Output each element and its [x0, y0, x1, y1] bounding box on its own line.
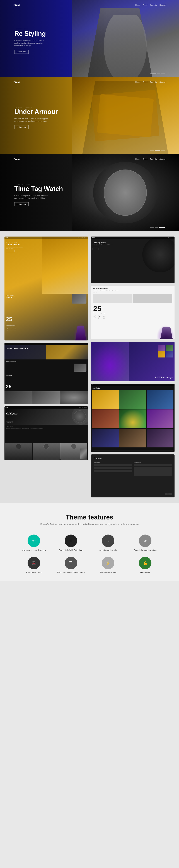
lc1-btn[interactable]: Explore More [6, 250, 14, 252]
scroll-icon: ◎ [102, 534, 114, 547]
lc3-w2-face [43, 444, 49, 449]
feature-menu: ☰ Menu hamburger Classic Menu [55, 557, 87, 574]
hero-cta-1[interactable]: Explore More [14, 50, 29, 54]
hero-nav-1: Brave Home About Portfolio Contact [13, 4, 166, 6]
rc1-btn[interactable]: View More [93, 248, 99, 250]
lc3-watch-2 [33, 443, 60, 460]
lc1-subtitle: Discover the latest in sports apparel an… [6, 247, 24, 249]
nav-portfolio-3[interactable]: Portfolio [150, 158, 157, 160]
rc4-title-area: portfolio [93, 387, 100, 389]
hero-section-1: 01 Brave Home About Portfolio Contact — … [0, 0, 179, 77]
dot-5 [155, 150, 160, 151]
rc4-p2 [119, 390, 146, 409]
rc4-nav-2: About [168, 384, 170, 385]
nav-portfolio-2[interactable]: Portfolio [150, 81, 157, 83]
lc3-nav-3: Portfolio [84, 407, 87, 408]
slide-indicators-1 [150, 73, 165, 73]
nav-portfolio-1[interactable]: Portfolio [150, 4, 157, 6]
rc2-icon-circle-2: ✦ [98, 315, 101, 318]
rc3-grid-2 [166, 345, 173, 351]
nav-contact-3[interactable]: Contact [159, 158, 166, 160]
rc5-submit-btn[interactable]: Submit [166, 493, 172, 495]
rc2-icon-sym-1: ◎ [94, 316, 96, 317]
hero-desc-1: Every day brings new opportunities to ex… [14, 39, 50, 47]
hero-title-1: Re Styling [14, 30, 50, 37]
rc4-p8 [119, 429, 146, 447]
lc1-nav-2: About [78, 237, 80, 238]
hero-nav-3: Brave Home About Portfolio Contact [13, 158, 166, 160]
hero-nav-links-3: Home About Portfolio Contact [135, 158, 166, 160]
rc2-icon-circle-3: ⬡ [103, 315, 105, 318]
lc2-img-2 [32, 391, 60, 404]
hero-nav-links-1: Home About Portfolio Contact [135, 4, 166, 6]
lc1-icon-2: ✦ Brand [10, 327, 12, 331]
rc2-icon-3: ⬡ Web [103, 315, 105, 319]
rc2-icon-label-2: Brand [99, 318, 100, 319]
lc2-hero-banner: DIGITAL CREATIVE AGENCY [4, 345, 88, 360]
rc1-nav-2: About [168, 237, 170, 238]
lc1-icon-label-1: Design [6, 330, 8, 331]
left-card-1: Brave Home About Portfolio Contact — Col… [4, 237, 88, 340]
lc2-agency-title: DIGITAL CREATIVE AGENCY [6, 348, 28, 350]
hero-logo-1: Brave [13, 4, 21, 6]
rc4-p9 [147, 429, 174, 447]
green-sock-icon: 💪 [139, 557, 151, 569]
rc2-content: Hello we are, Here 4 U We create innovat… [91, 286, 175, 321]
hero-cta-3[interactable]: Explore More [14, 202, 29, 206]
lc2-bottom-imgs [4, 391, 88, 404]
hero-cta-2[interactable]: Explore More [14, 125, 29, 129]
acf-label: advanced custom fields pro [22, 549, 46, 551]
gutenberg-icon-sym: ⊞ [70, 539, 72, 543]
rc5-col2-label: Write a comment [134, 462, 172, 463]
nav-home-3[interactable]: Home [135, 158, 140, 160]
nav-contact-1[interactable]: Contact [159, 4, 166, 6]
scroll-magic-icon-sym: 🎩 [31, 561, 36, 565]
nav-about-1[interactable]: About [143, 4, 147, 6]
lc1-icons-row: ◎ Design ✦ Brand ⬡ Web [6, 327, 16, 331]
rc3-person-area [91, 342, 129, 381]
menu-icon: ☰ [65, 557, 77, 569]
rc2-icon-label-3: Web [103, 318, 105, 319]
left-card-2-logo: Brave [5, 343, 8, 345]
rc2-img-row [93, 294, 172, 303]
rc1-watch-circle [142, 237, 175, 272]
rc5-col-2: Write a comment [134, 462, 172, 476]
acf-icon: ACF [28, 534, 40, 547]
lc2-nav-2: About [82, 344, 83, 345]
nav-home-2[interactable]: Home [135, 81, 140, 83]
hero-nav-links-2: Home About Portfolio Contact [135, 81, 166, 83]
rc5-contact-grid: Important Info Write a comment [94, 462, 172, 476]
nav-home-1[interactable]: Home [135, 4, 140, 6]
nav-about-3[interactable]: About [143, 158, 147, 160]
right-card-2: Hello we are, Here 4 U We create innovat… [91, 286, 175, 339]
lc1-icon-sym-2: ✦ [10, 328, 12, 329]
lc3-nav-1: Home [79, 407, 81, 408]
lc1-title: Under Armour [6, 243, 24, 246]
nav-about-2[interactable]: About [143, 81, 147, 83]
acf-icon-text: ACF [32, 539, 36, 542]
left-card-3: Brave Home About Portfolio — Watches Tim… [4, 406, 88, 460]
dot-4 [150, 150, 154, 151]
dot-9 [159, 227, 165, 227]
right-card-3: — Portfolio Creative Portfolio Designs [91, 342, 175, 381]
lc1-agency-label: New Branding Agency [6, 325, 15, 326]
rc3-person-glow [91, 342, 129, 381]
lc2-nav-3: Portfolio [84, 344, 87, 345]
right-column: Brave Home About Portfolio — Premium Tim… [91, 237, 175, 497]
lc3-navlinks: Home About Portfolio [79, 407, 87, 408]
rc5-textarea [134, 467, 172, 476]
hero-desc-3: Premium timepieces crafted with precisio… [14, 194, 50, 199]
lc3-btn[interactable]: Explore More [6, 421, 13, 423]
rc3-content: — Portfolio Creative Portfolio Designs [155, 376, 173, 379]
lc2-product-title: Beer Wild [6, 375, 12, 376]
menu-icon-sym: ☰ [69, 561, 73, 565]
thumbnails-section: Brave Home About Portfolio Contact — Col… [0, 231, 179, 503]
lc1-here-text: Here 4 U [6, 297, 15, 298]
green-sock-label: Green sock [140, 571, 150, 574]
lc2-navlinks: Home About Portfolio [79, 344, 87, 345]
nav-contact-2[interactable]: Contact [159, 81, 166, 83]
lc2-img-1 [4, 391, 32, 404]
right-card-5: Contact Important Info Write a comment S… [91, 455, 175, 497]
rc1-label: — Premium [93, 241, 114, 241]
lc3-middle: Time Tag Premium timepieces crafted with… [6, 426, 86, 429]
